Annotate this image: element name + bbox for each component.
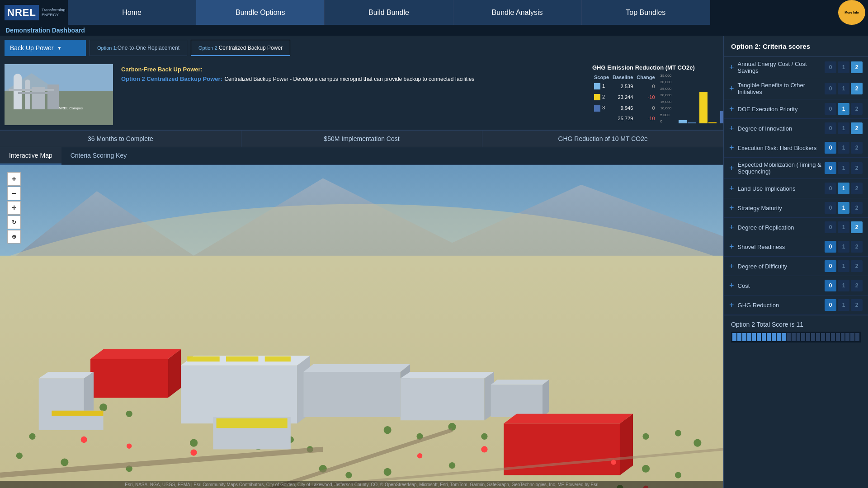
- criteria-expand-icon[interactable]: +: [729, 184, 734, 193]
- score-button-0[interactable]: 0: [825, 183, 836, 194]
- score-button-1[interactable]: 1: [838, 183, 849, 194]
- svg-point-27: [384, 426, 392, 434]
- nav-top-bundles[interactable]: Top Bundles: [582, 0, 710, 25]
- nrel-text: NREL: [7, 7, 36, 18]
- tab-criteria-key[interactable]: Criteria Scoring Key: [61, 147, 136, 164]
- score-button-1[interactable]: 1: [838, 122, 849, 134]
- zoom-in-button[interactable]: +: [7, 172, 21, 186]
- score-button-2[interactable]: 2: [851, 221, 863, 233]
- criteria-row: +Land Use Implications012: [724, 179, 868, 198]
- criteria-expand-icon[interactable]: +: [729, 104, 734, 114]
- score-button-2[interactable]: 2: [851, 83, 863, 94]
- svg-rect-11: [18, 92, 50, 94]
- criteria-expand-icon[interactable]: +: [729, 63, 734, 72]
- score-button-2[interactable]: 2: [851, 142, 863, 154]
- nav-bundle-analysis[interactable]: Bundle Analysis: [453, 0, 582, 25]
- criteria-name-label: GHG Reduction: [738, 302, 823, 309]
- score-button-2[interactable]: 2: [851, 61, 863, 73]
- nav-bundle-options[interactable]: Bundle Options: [196, 0, 325, 25]
- svg-point-22: [190, 439, 198, 447]
- score-segment: [742, 333, 746, 341]
- criteria-expand-icon[interactable]: +: [729, 262, 734, 271]
- nav-build-bundle[interactable]: Build Bundle: [325, 0, 453, 25]
- score-button-1[interactable]: 1: [838, 260, 849, 272]
- score-button-0[interactable]: 0: [825, 221, 836, 233]
- score-button-1[interactable]: 1: [838, 83, 849, 94]
- building-img-bg: NREL Campus: [5, 64, 113, 125]
- score-button-1[interactable]: 1: [838, 162, 849, 174]
- more-info-badge[interactable]: More Info: [838, 0, 865, 25]
- score-button-0[interactable]: 0: [825, 83, 836, 94]
- score-button-0[interactable]: 0: [825, 202, 836, 214]
- score-segment: [821, 333, 825, 341]
- metric-ghg: GHG Reduction of 10 MT CO2e: [482, 131, 723, 147]
- score-button-0[interactable]: 0: [825, 103, 836, 115]
- criteria-name-label: Strategy Maturity: [738, 205, 823, 211]
- dropdown-label: Back Up Power: [10, 44, 53, 52]
- score-button-2[interactable]: 2: [851, 122, 863, 134]
- score-button-0[interactable]: 0: [825, 280, 836, 291]
- score-button-2[interactable]: 2: [851, 260, 863, 272]
- svg-point-9: [25, 80, 30, 85]
- svg-point-84: [127, 444, 132, 449]
- score-button-1[interactable]: 1: [838, 299, 849, 311]
- criteria-row: +DOE Execution Priority012: [724, 99, 868, 119]
- score-button-1[interactable]: 1: [838, 221, 849, 233]
- criteria-row: +Degree of Replication012: [724, 218, 868, 237]
- score-button-2[interactable]: 2: [851, 103, 863, 115]
- building-image: NREL Campus: [5, 64, 113, 125]
- criteria-expand-icon[interactable]: +: [729, 300, 734, 310]
- criteria-expand-icon[interactable]: +: [729, 223, 734, 232]
- score-button-0[interactable]: 0: [825, 260, 836, 272]
- score-button-2[interactable]: 2: [851, 202, 863, 214]
- svg-marker-66: [303, 372, 400, 417]
- criteria-expand-icon[interactable]: +: [729, 203, 734, 213]
- score-button-0[interactable]: 0: [825, 162, 836, 174]
- score-button-1[interactable]: 1: [838, 61, 849, 73]
- score-button-1[interactable]: 1: [838, 202, 849, 214]
- compass-button[interactable]: ⊕: [7, 230, 21, 244]
- criteria-expand-icon[interactable]: +: [729, 242, 734, 252]
- score-button-0[interactable]: 0: [825, 142, 836, 154]
- score-button-1[interactable]: 1: [838, 103, 849, 115]
- pan-button[interactable]: ✛: [7, 201, 21, 215]
- score-button-0[interactable]: 0: [825, 122, 836, 134]
- option1-tab[interactable]: Option 1: One-to-One Replacement: [90, 40, 187, 56]
- score-segment: [762, 333, 766, 341]
- score-segment: [801, 333, 805, 341]
- score-button-2[interactable]: 2: [851, 280, 863, 291]
- score-button-2[interactable]: 2: [851, 299, 863, 311]
- option2-tab[interactable]: Option 2: Centralized Backup Power: [191, 40, 290, 56]
- criteria-expand-icon[interactable]: +: [729, 143, 734, 153]
- score-button-2[interactable]: 2: [851, 183, 863, 194]
- nav-home[interactable]: Home: [68, 0, 196, 25]
- ghg-row: 3 9,946 0: [592, 103, 657, 113]
- backup-power-dropdown[interactable]: Back Up Power ▼: [5, 40, 86, 56]
- score-button-0[interactable]: 0: [825, 299, 836, 311]
- criteria-expand-icon[interactable]: +: [729, 124, 734, 133]
- score-button-1[interactable]: 1: [838, 280, 849, 291]
- criteria-expand-icon[interactable]: +: [729, 164, 734, 173]
- criteria-header: Option 2: Criteria scores: [724, 36, 868, 57]
- ghg-row: 35,729 -10: [592, 114, 657, 123]
- svg-point-35: [642, 433, 649, 440]
- criteria-expand-icon[interactable]: +: [729, 281, 734, 291]
- score-button-2[interactable]: 2: [851, 241, 863, 253]
- map-container[interactable]: + − ✛ ↻ ⊕ Esri, NASA, NGA, USGS, FEMA | …: [0, 165, 723, 488]
- criteria-row: +Degree of Innovation012: [724, 119, 868, 138]
- metric-cost: $50M Implementation Cost: [241, 131, 483, 147]
- svg-point-87: [481, 446, 487, 452]
- score-button-1[interactable]: 1: [838, 241, 849, 253]
- criteria-expand-icon[interactable]: +: [729, 84, 734, 94]
- score-button-2[interactable]: 2: [851, 162, 863, 174]
- rotate-button[interactable]: ↻: [7, 216, 21, 229]
- score-button-0[interactable]: 0: [825, 241, 836, 253]
- score-button-0[interactable]: 0: [825, 61, 836, 73]
- score-segment: [841, 333, 845, 341]
- tab-interactive-map[interactable]: Interactive Map: [0, 147, 61, 164]
- badge-label: More Info: [844, 11, 859, 14]
- zoom-out-button[interactable]: −: [7, 187, 21, 200]
- score-button-1[interactable]: 1: [838, 142, 849, 154]
- option2-title: Option 2 Centralized Backup Power:: [121, 75, 222, 82]
- svg-rect-79: [217, 418, 288, 428]
